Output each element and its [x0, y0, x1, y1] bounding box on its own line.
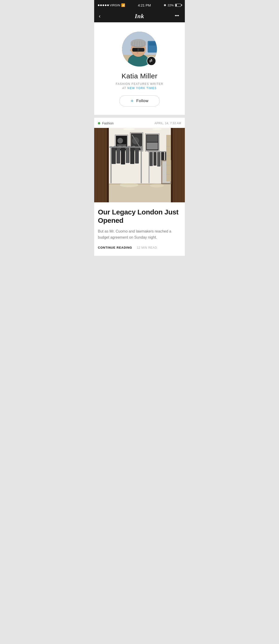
svg-rect-5 [149, 42, 156, 46]
carrier-label: VIRGIN [110, 4, 120, 7]
signal-dots [98, 4, 109, 6]
profile-at-label: AT [122, 86, 126, 90]
svg-rect-62 [126, 148, 130, 163]
svg-rect-55 [147, 142, 158, 150]
chat-button[interactable] [172, 12, 180, 20]
article-image [94, 128, 185, 202]
chat-icon [174, 12, 180, 19]
svg-point-83 [120, 182, 138, 187]
profile-name: Katia Miller [122, 72, 158, 80]
svg-rect-63 [130, 148, 134, 164]
svg-rect-24 [138, 48, 139, 51]
wifi-icon: 📶 [121, 3, 125, 7]
svg-rect-61 [121, 148, 125, 164]
svg-rect-58 [141, 146, 142, 183]
status-right: ✱ 22% [164, 4, 181, 7]
svg-rect-23 [138, 48, 144, 52]
svg-rect-57 [110, 146, 112, 183]
svg-point-82 [152, 128, 162, 130]
battery-icon [175, 4, 181, 7]
svg-point-51 [132, 137, 139, 144]
svg-rect-60 [116, 148, 120, 164]
nav-bar: ‹ Ink [94, 10, 185, 22]
profile-company-name: NEW YORK TIMES [128, 86, 157, 90]
svg-rect-64 [135, 148, 139, 164]
follow-plus-icon: + [131, 98, 134, 104]
svg-rect-33 [107, 128, 109, 202]
category-dot [98, 122, 100, 124]
article-category: Fashion [98, 122, 114, 125]
article-section: Fashion APRIL, 14, 7:32 AM [94, 118, 185, 256]
svg-line-19 [142, 42, 142, 46]
battery-percent: 22% [168, 4, 174, 7]
article-content: Our Legacy London Just Opened But as Mr.… [94, 202, 185, 256]
svg-line-17 [137, 41, 137, 46]
svg-rect-26 [136, 53, 137, 54]
status-bar: VIRGIN 📶 4:21 PM ✱ 22% [94, 0, 185, 10]
svg-rect-70 [157, 152, 160, 166]
svg-point-1 [176, 15, 178, 16]
profile-job-title: FASHION FEATURES WRITER [116, 82, 163, 86]
profile-company: AT NEW YORK TIMES [122, 86, 157, 90]
bluetooth-icon: ✱ [164, 4, 166, 7]
status-time: 4:21 PM [138, 3, 151, 7]
svg-rect-54 [147, 135, 158, 142]
article-date: APRIL, 14, 7:32 AM [154, 122, 181, 125]
svg-rect-69 [154, 152, 156, 166]
avatar-container: t [122, 32, 157, 66]
svg-point-84 [150, 184, 164, 188]
svg-point-81 [123, 128, 135, 130]
follow-button[interactable]: + Follow [119, 95, 160, 106]
status-left: VIRGIN 📶 [98, 3, 125, 7]
follow-label: Follow [136, 98, 148, 103]
svg-point-27 [130, 49, 132, 51]
category-label: Fashion [102, 122, 114, 125]
article-title: Our Legacy London Just Opened [98, 208, 181, 225]
svg-rect-22 [132, 48, 138, 52]
read-time-label: 12 MIN READ [137, 246, 157, 249]
nyt-badge: t [147, 56, 156, 66]
article-excerpt: But as Mr. Cuomo and lawmakers reached a… [98, 228, 181, 240]
profile-section: t Katia Miller FASHION FEATURES WRITER A… [94, 22, 185, 115]
svg-rect-59 [112, 148, 116, 164]
svg-rect-66 [148, 151, 150, 183]
continue-reading-button[interactable]: CONTINUE READING [98, 246, 132, 249]
app-title: Ink [135, 13, 144, 20]
svg-point-0 [175, 15, 176, 16]
article-meta: Fashion APRIL, 14, 7:32 AM [94, 118, 185, 128]
svg-point-46 [118, 138, 123, 144]
svg-point-2 [178, 15, 179, 16]
svg-rect-68 [150, 152, 153, 166]
back-button[interactable]: ‹ [99, 13, 107, 19]
svg-rect-14 [131, 42, 146, 46]
article-footer: CONTINUE READING 12 MIN READ [98, 246, 181, 249]
